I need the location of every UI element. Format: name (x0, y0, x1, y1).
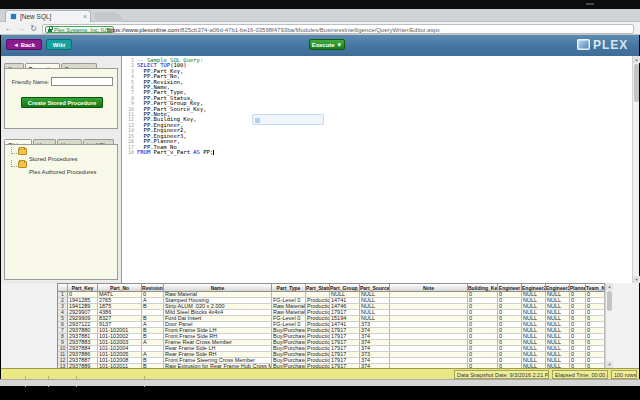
column-header[interactable]: Part_Status (306, 284, 330, 292)
tree-item[interactable]: Plex Authored Procedures (11, 160, 117, 171)
scroll-down-icon[interactable]: ▼ (633, 276, 640, 283)
elapsed-time-box: Elapsed Time: 00:00.015 (552, 370, 608, 379)
editor-scrollbar[interactable]: ▲ ▼ (632, 56, 639, 283)
objects-panel: ObjectsViewsHistoryIntelliPlex Stored Pr… (2, 132, 120, 282)
column-header[interactable]: Team_No (586, 284, 605, 292)
column-header[interactable]: Planner (570, 284, 586, 292)
properties-body: Friendly Name: Create Stored Procedure (4, 68, 118, 129)
plex-logo: PLEX (577, 38, 637, 53)
column-header[interactable]: Part_No (98, 284, 142, 292)
browser-back-icon[interactable]: ← (3, 23, 14, 34)
browser-tabstrip: [New SQL] × (0, 9, 640, 22)
create-stored-procedure-button[interactable]: Create Stored Procedure (21, 97, 103, 108)
footer-bar: ClosePrintExportSave Execution Plan Data… (1, 368, 639, 379)
url-text: https://www.plexonline.com/825cb374-a06d… (107, 26, 631, 34)
text-cursor (213, 150, 214, 155)
plex-logo-icon (577, 39, 590, 50)
window-footer (0, 379, 640, 386)
row-count-box: 100 rows (611, 370, 637, 379)
tooltip-icon (255, 118, 260, 123)
results-panel: Part_KeyPart_NoRevisionNamePart_TypePart… (1, 283, 639, 368)
column-header[interactable]: Part_Group_Key (330, 284, 360, 292)
scroll-up-icon[interactable]: ▲ (606, 283, 613, 290)
tree-item-label: Plex Authored Procedures (29, 169, 96, 175)
folder-icon (18, 148, 27, 155)
scroll-down-icon[interactable]: ▼ (606, 361, 613, 368)
execute-button[interactable]: Execute ▼ (309, 39, 345, 50)
column-header[interactable]: Part_Type (272, 284, 306, 292)
back-button[interactable]: ◄ Back (6, 39, 42, 50)
sql-editor[interactable]: 123456789101112131415161718 -- Sample SQ… (121, 56, 633, 283)
url-domain: https://www.plexonline.com (107, 27, 179, 33)
editor-code[interactable]: -- Sample SQL Query:SELECT TOP(100) PP.P… (137, 58, 617, 155)
properties-panel: StartPropertiesParameters Friendly Name:… (2, 57, 120, 130)
objects-tabstrip: ObjectsViewsHistoryIntelliPlex (4, 133, 118, 144)
grid-body: 10MATL0Raw MaterialNULLNULL00NULLNULL002… (58, 292, 605, 370)
security-badge-label: Plex Systems, Inc. [US] (54, 27, 111, 33)
results-grid: Part_KeyPart_NoRevisionNamePart_TypePart… (57, 283, 606, 371)
grid-header: Part_KeyPart_NoRevisionNamePart_TypePart… (58, 284, 605, 292)
friendly-name-label: Friendly Name: (7, 79, 49, 85)
url-path: /825cb374-a06d-47b1-be16-03598f4793ba/Mo… (179, 27, 439, 33)
app-header: ◄ Back Wiki Execute ▼ PLEX (1, 35, 639, 56)
snapshot-date-box: Data Snapshot Date: 9/3/2016 2:21 PM (454, 370, 549, 379)
grid-scrollbar[interactable]: ▲ ▼ (605, 283, 612, 368)
code-line: FROM Part_v_Part AS PP; (137, 150, 617, 155)
minimize-icon[interactable] (586, 3, 594, 5)
plex-logo-text: PLEX (593, 38, 628, 52)
scroll-up-icon[interactable]: ▲ (633, 56, 640, 63)
tab-close-icon[interactable]: × (80, 11, 90, 22)
properties-tabstrip: StartPropertiesParameters (4, 57, 118, 68)
column-header[interactable]: Engineer3 (546, 284, 570, 292)
column-header[interactable]: Engineer2 (522, 284, 546, 292)
folder-icon (18, 161, 27, 168)
execute-dropdown-icon[interactable]: ▼ (336, 42, 342, 48)
security-badge[interactable]: Plex Systems, Inc. [US] (45, 26, 114, 33)
browser-refresh-icon[interactable]: ↻ (28, 23, 39, 34)
column-header[interactable]: Part_Key (68, 284, 98, 292)
column-header[interactable]: Note (390, 284, 468, 292)
column-header[interactable]: Engineer (498, 284, 522, 292)
tree-item[interactable]: Stored Procedures (11, 147, 117, 158)
browser-forward-icon[interactable]: → (15, 23, 26, 34)
plex-favicon-icon (10, 13, 17, 20)
tree-connector (11, 147, 17, 154)
editor-scrollbar-thumb[interactable] (634, 64, 639, 102)
url-bar[interactable]: Plex Systems, Inc. [US] https://www.plex… (42, 24, 634, 34)
tab-title: [New SQL] (20, 12, 78, 22)
wiki-button[interactable]: Wiki (46, 39, 72, 50)
grid-scrollbar-thumb[interactable] (607, 291, 612, 311)
window-titlebar (0, 0, 640, 9)
friendly-name-input[interactable] (51, 77, 113, 86)
column-header[interactable]: Name (164, 284, 272, 292)
browser-tab[interactable]: [New SQL] × (5, 10, 91, 22)
column-header[interactable]: Revision (142, 284, 164, 292)
workspace: StartPropertiesParameters Friendly Name:… (1, 56, 639, 283)
desktop-background: { "browser": { "tab_title": "[New SQL]",… (0, 0, 640, 400)
editor-gutter: 123456789101112131415161718 (122, 58, 134, 155)
faded-tooltip (252, 114, 324, 125)
new-tab-button[interactable] (93, 12, 122, 22)
column-header[interactable]: Part_Source_Key (360, 284, 390, 292)
tree-connector (11, 160, 17, 167)
back-arrow-icon: ◄ (13, 42, 19, 48)
object-tree: Stored ProceduresPlex Authored Procedure… (4, 144, 118, 280)
browser-navbar: ← → ↻ Plex Systems, Inc. [US] https://ww… (0, 22, 640, 35)
padlock-icon (48, 29, 52, 32)
column-header[interactable]: Building_Key (468, 284, 498, 292)
